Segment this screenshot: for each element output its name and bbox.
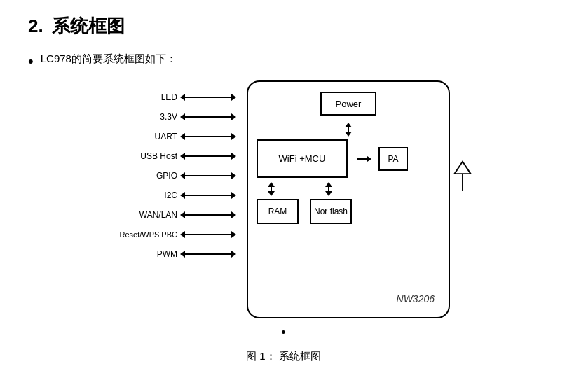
arrow-reset-wps: Reset/WPS PBC (117, 225, 240, 244)
arrow-double-i2c (180, 190, 236, 200)
arrow-3v3: 3.3V (117, 107, 240, 127)
nor-flash-box: Nor flash (310, 199, 352, 224)
arrow-wan-lan: WAN/LAN (117, 205, 240, 225)
figure-caption: 图 1： 系统框图 (28, 350, 539, 363)
bullet-symbol: • (28, 52, 34, 71)
arrow-usb-host: USB Host (117, 146, 240, 166)
nor-flash-label: Nor flash (314, 206, 348, 216)
arrow-label-3v3: 3.3V (117, 112, 180, 122)
memory-row: RAM Nor flash (257, 199, 440, 224)
arrow-label-usb: USB Host (117, 151, 180, 161)
arrow-label-uart: UART (117, 132, 180, 141)
arrow-double-led (180, 92, 236, 102)
arrow-uart: UART (117, 127, 240, 146)
section-heading: 2. 系统框图 (28, 14, 539, 38)
arrow-double-uart (180, 132, 236, 141)
arrow-double-usb (180, 151, 236, 161)
bullet-row: • LC978的简要系统框图如下： (28, 51, 539, 71)
arrow-label-i2c: I2C (117, 190, 180, 200)
arrow-gpio: GPIO (117, 166, 240, 186)
system-block-diagram: LED 3.3V UART USB Host GPIO (46, 80, 522, 318)
svg-marker-1 (454, 162, 470, 174)
wifi-mcu-row: WiFi +MCU PA (257, 139, 440, 178)
ram-label: RAM (268, 206, 287, 216)
bullet-content: LC978的简要系统框图如下： (41, 51, 177, 67)
arrow-label-gpio: GPIO (117, 171, 180, 181)
arrow-double-wanlan (180, 210, 236, 220)
arrow-pwm: PWM (117, 244, 240, 264)
power-box: Power (320, 92, 376, 115)
chip-id-label: NW3206 (397, 293, 435, 304)
wifi-mcu-box: WiFi +MCU (257, 139, 348, 178)
arrow-double-3v3 (180, 112, 236, 122)
arrow-label-pwm: PWM (117, 249, 180, 259)
interface-arrows: LED 3.3V UART USB Host GPIO (117, 80, 240, 318)
ram-box: RAM (257, 199, 299, 224)
arrow-double-reset (180, 230, 236, 239)
section-number: 2. (28, 15, 43, 37)
arrow-label-reset: Reset/WPS PBC (117, 230, 180, 239)
pa-box: PA (378, 147, 408, 171)
antenna-icon (450, 159, 475, 195)
arrow-i2c: I2C (117, 186, 240, 205)
arrow-double-pwm (180, 249, 236, 259)
arrow-led: LED (117, 88, 240, 107)
arrow-double-gpio (180, 171, 236, 181)
pa-label: PA (388, 154, 398, 164)
arrow-label-wanlan: WAN/LAN (117, 210, 180, 220)
power-label: Power (336, 99, 362, 109)
wifi-mcu-label: WiFi +MCU (279, 153, 326, 164)
section-title: 系统框图 (52, 14, 125, 38)
chip-block: Power WiFi +MCU PA (247, 80, 450, 318)
bottom-bullet: • (28, 326, 539, 340)
arrow-label-led: LED (117, 92, 180, 102)
